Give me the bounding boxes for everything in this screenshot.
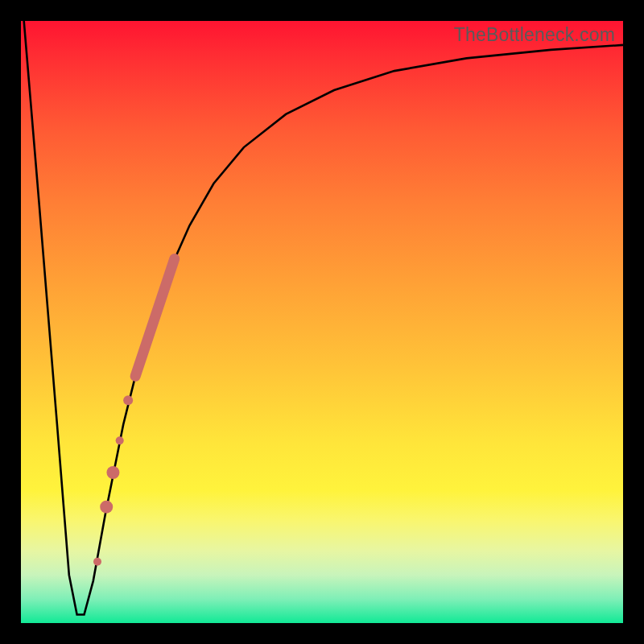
- dot-5: [93, 558, 101, 566]
- chart-plot-area: TheBottleneck.com: [21, 21, 623, 623]
- chart-frame: TheBottleneck.com: [0, 0, 644, 644]
- bottleneck-curve: [24, 21, 623, 615]
- thick-segment: [135, 258, 175, 376]
- dot-4: [100, 501, 113, 514]
- dot-2: [116, 436, 124, 444]
- chart-svg: [21, 21, 623, 623]
- dot-1: [123, 395, 133, 405]
- dot-3: [106, 466, 119, 479]
- marker-group: [93, 258, 175, 565]
